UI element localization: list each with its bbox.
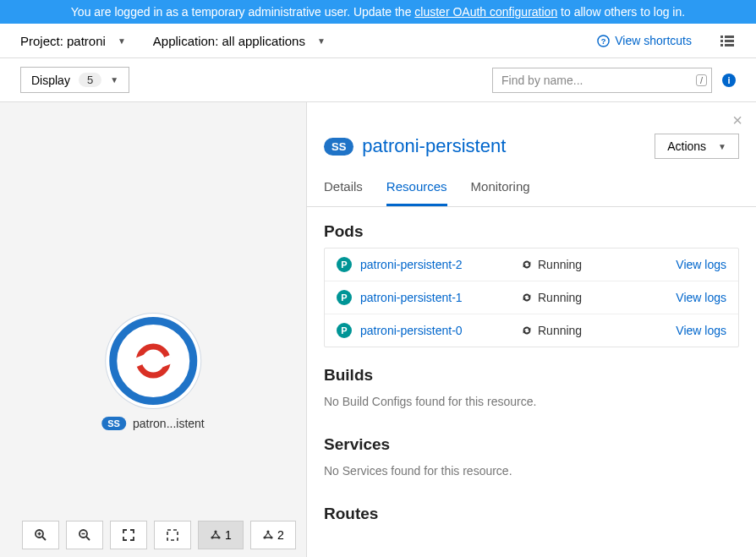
zoom-in-button[interactable] bbox=[22, 521, 59, 549]
panel-header: SS patroni-persistent Actions ▼ bbox=[307, 130, 756, 171]
topology-controls: 1 2 bbox=[22, 521, 296, 549]
topology-node[interactable]: SS patron...istent bbox=[101, 317, 205, 430]
pod-row: P patroni-persistent-0 Running View logs bbox=[325, 314, 738, 347]
status-text: Running bbox=[538, 324, 582, 337]
ss-badge: SS bbox=[101, 417, 126, 430]
project-dropdown[interactable]: Project: patroni ▼ bbox=[20, 34, 126, 48]
view-logs-link[interactable]: View logs bbox=[676, 324, 726, 337]
topology-layout-2[interactable]: 2 bbox=[250, 521, 296, 549]
services-empty: No Services found for this resource. bbox=[324, 461, 739, 486]
actions-label: Actions bbox=[667, 139, 706, 153]
routes-section: Routes bbox=[307, 489, 756, 533]
view-logs-link[interactable]: View logs bbox=[676, 291, 726, 304]
actions-dropdown[interactable]: Actions ▼ bbox=[655, 134, 739, 159]
services-heading: Services bbox=[324, 435, 739, 454]
topology-layout-1[interactable]: 1 bbox=[198, 521, 244, 549]
svg-rect-3 bbox=[134, 355, 146, 367]
pods-list: P patroni-persistent-2 Running View logs… bbox=[324, 248, 739, 347]
pod-badge-icon: P bbox=[337, 323, 352, 338]
services-section: Services No Services found for this reso… bbox=[307, 420, 756, 489]
pod-status: Running bbox=[521, 291, 667, 304]
display-count-badge: 5 bbox=[79, 73, 101, 87]
caret-down-icon: ▼ bbox=[718, 142, 726, 151]
pod-badge-icon: P bbox=[337, 290, 352, 305]
pod-status: Running bbox=[521, 258, 667, 271]
builds-section: Builds No Build Configs found for this r… bbox=[307, 351, 756, 420]
filter-toolbar: Display 5 ▼ / i bbox=[0, 58, 756, 102]
list-view-icon[interactable] bbox=[719, 32, 736, 49]
node-ring bbox=[109, 317, 197, 405]
main-content: SS patron...istent 1 2 × SS patroni-pers… bbox=[0, 102, 756, 557]
caret-down-icon: ▼ bbox=[110, 75, 118, 85]
routes-heading: Routes bbox=[324, 505, 739, 523]
panel-tabs: Details Resources Monitoring bbox=[307, 171, 756, 207]
svg-rect-12 bbox=[167, 530, 178, 540]
svg-line-10 bbox=[86, 537, 90, 540]
context-toolbar: Project: patroni ▼ Application: all appl… bbox=[0, 24, 756, 58]
svg-line-6 bbox=[42, 537, 46, 540]
reset-button[interactable] bbox=[154, 521, 191, 549]
builds-empty: No Build Configs found for this resource… bbox=[324, 391, 739, 417]
display-label: Display bbox=[31, 74, 70, 87]
project-label: Project: patroni bbox=[20, 34, 106, 48]
pod-badge-icon: P bbox=[337, 257, 352, 272]
svg-rect-4 bbox=[160, 355, 173, 367]
banner-link[interactable]: cluster OAuth configuration bbox=[414, 5, 557, 19]
admin-banner: You are logged in as a temporary adminis… bbox=[0, 0, 756, 24]
search-wrap: / bbox=[492, 68, 712, 93]
resource-badge: SS bbox=[324, 138, 353, 156]
display-dropdown[interactable]: Display 5 ▼ bbox=[20, 67, 129, 93]
shortcuts-label: View shortcuts bbox=[615, 34, 692, 47]
application-dropdown[interactable]: Application: all applications ▼ bbox=[153, 34, 326, 48]
banner-suffix: to allow others to log in. bbox=[561, 5, 685, 19]
layout-2-label: 2 bbox=[277, 528, 284, 542]
resource-title[interactable]: patroni-persistent bbox=[362, 135, 646, 157]
pod-link[interactable]: patroni-persistent-1 bbox=[360, 291, 512, 304]
pods-heading: Pods bbox=[324, 222, 739, 241]
details-panel: × SS patroni-persistent Actions ▼ Detail… bbox=[307, 102, 756, 557]
pod-link[interactable]: patroni-persistent-2 bbox=[360, 258, 512, 271]
pod-row: P patroni-persistent-1 Running View logs bbox=[325, 281, 738, 314]
topology-canvas[interactable]: SS patron...istent 1 2 bbox=[0, 102, 307, 557]
banner-prefix: You are logged in as a temporary adminis… bbox=[71, 5, 415, 19]
node-name: patron...istent bbox=[133, 417, 205, 430]
pod-row: P patroni-persistent-2 Running View logs bbox=[325, 248, 738, 281]
zoom-out-button[interactable] bbox=[66, 521, 103, 549]
caret-down-icon: ▼ bbox=[317, 36, 326, 46]
sync-icon bbox=[521, 325, 533, 336]
slash-shortcut-badge: / bbox=[696, 74, 707, 86]
svg-text:?: ? bbox=[601, 37, 606, 46]
openshift-icon bbox=[134, 341, 173, 380]
view-logs-link[interactable]: View logs bbox=[676, 258, 726, 271]
pods-section: Pods P patroni-persistent-2 Running View… bbox=[307, 207, 756, 351]
search-input[interactable] bbox=[492, 68, 712, 93]
pod-link[interactable]: patroni-persistent-0 bbox=[360, 324, 512, 337]
view-shortcuts-link[interactable]: ? View shortcuts bbox=[597, 34, 692, 47]
app-label: Application: all applications bbox=[153, 34, 305, 48]
info-icon[interactable]: i bbox=[722, 74, 736, 87]
pod-status: Running bbox=[521, 324, 667, 337]
sync-icon bbox=[521, 292, 533, 303]
layout-1-label: 1 bbox=[225, 528, 232, 542]
question-circle-icon: ? bbox=[597, 35, 610, 47]
status-text: Running bbox=[538, 291, 582, 304]
node-label: SS patron...istent bbox=[101, 417, 205, 430]
status-text: Running bbox=[538, 258, 582, 271]
fit-button[interactable] bbox=[110, 521, 147, 549]
close-panel-button[interactable]: × bbox=[307, 102, 756, 130]
builds-heading: Builds bbox=[324, 366, 739, 385]
tab-details[interactable]: Details bbox=[324, 171, 363, 206]
caret-down-icon: ▼ bbox=[118, 36, 126, 46]
sync-icon bbox=[521, 259, 533, 270]
tab-resources[interactable]: Resources bbox=[386, 171, 447, 206]
tab-monitoring[interactable]: Monitoring bbox=[471, 171, 530, 206]
